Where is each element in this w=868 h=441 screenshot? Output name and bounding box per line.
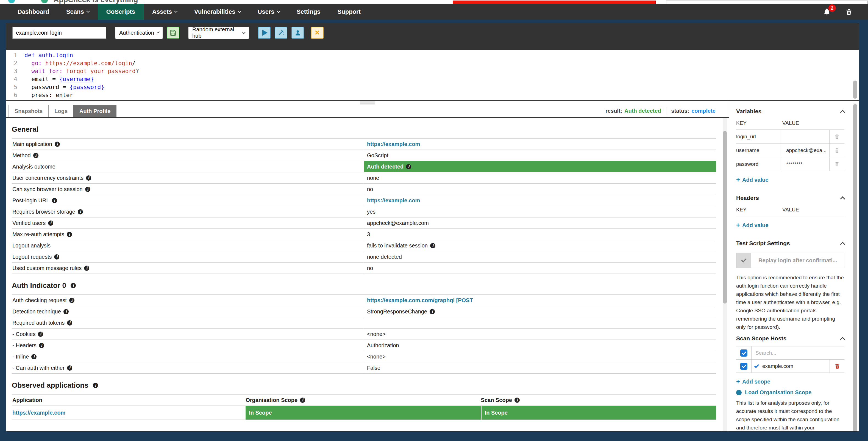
variables-table: KEY VALUE login_url username appcheck@ex…	[736, 120, 844, 171]
table-row: Required auth tokens	[12, 317, 716, 328]
delete-variable-button[interactable]	[830, 157, 844, 171]
nav-item-settings[interactable]: Settings	[288, 4, 329, 20]
scope-host-row: example.com	[736, 360, 844, 373]
tab-logs[interactable]: Logs	[48, 105, 73, 117]
info-icon[interactable]	[67, 320, 72, 326]
user-session-button[interactable]	[291, 27, 304, 39]
scope-host-label: example.com	[762, 363, 793, 369]
info-icon[interactable]	[93, 383, 98, 388]
info-icon[interactable]	[55, 142, 60, 147]
post-login-url-link[interactable]: https://example.com	[367, 198, 420, 204]
auth-checking-request-link[interactable]: https://example.com.com/graphql [POST	[367, 297, 473, 303]
info-icon[interactable]	[300, 398, 305, 403]
variable-key[interactable]: password	[736, 157, 782, 171]
scrollbar-thumb[interactable]	[723, 131, 727, 303]
add-header-button[interactable]: +Add value	[736, 221, 769, 229]
info-icon[interactable]	[67, 232, 72, 237]
sidebar-scrollbar[interactable]	[853, 103, 857, 429]
chevron-down-icon	[238, 9, 241, 13]
nav-item-users[interactable]: Users	[249, 4, 288, 20]
splitter-strip	[6, 101, 729, 105]
nav-item-goscripts[interactable]: GoScripts	[98, 4, 144, 20]
delete-variable-button[interactable]	[830, 144, 844, 157]
observed-application-link[interactable]: https://example.com	[12, 410, 65, 416]
info-icon[interactable]	[63, 309, 69, 314]
nav-item-support[interactable]: Support	[329, 4, 369, 20]
info-icon[interactable]	[33, 153, 38, 158]
script-settings-sidebar: Variables KEY VALUE login_url	[729, 101, 859, 431]
info-icon[interactable]	[78, 209, 83, 214]
results-scrollbar[interactable]	[723, 118, 727, 431]
variable-value[interactable]: appcheck@exa...	[782, 144, 830, 157]
resize-handle[interactable]	[360, 101, 375, 105]
info-icon[interactable]	[38, 331, 43, 337]
info-icon[interactable]	[39, 343, 44, 348]
info-icon[interactable]	[52, 198, 57, 203]
table-row: Detection technique StrongResponseChange	[12, 306, 716, 317]
delete-variable-button[interactable]	[830, 130, 844, 143]
replay-login-toggle[interactable]: Replay login after confirmati...	[736, 253, 844, 268]
delete-scope-button[interactable]	[830, 360, 844, 373]
nav-item-dashboard[interactable]: Dashboard	[9, 4, 58, 20]
variable-key[interactable]: username	[736, 144, 782, 157]
collapse-chevron-icon[interactable]	[840, 337, 845, 342]
variable-key[interactable]: login_url	[736, 130, 782, 143]
info-icon[interactable]	[69, 298, 74, 303]
info-icon[interactable]	[54, 254, 59, 260]
tab-snapshots[interactable]: Snapshots	[8, 105, 49, 117]
chevron-down-icon	[86, 9, 90, 13]
org-scope-cell: In Scope	[246, 406, 481, 419]
scope-search-row	[736, 346, 844, 360]
close-button[interactable]: ✕	[311, 27, 323, 39]
info-icon[interactable]	[515, 398, 520, 403]
script-name-input[interactable]	[12, 27, 106, 39]
hub-select[interactable]: Random external hub	[188, 27, 249, 39]
info-icon[interactable]	[86, 175, 91, 181]
info-icon[interactable]	[430, 309, 435, 314]
variable-value[interactable]	[782, 130, 830, 143]
variable-value[interactable]: ********	[782, 157, 830, 171]
info-icon[interactable]	[48, 220, 53, 226]
info-icon[interactable]	[67, 365, 72, 371]
results-tabbar: Snapshots Logs Auth Profile result: Auth…	[6, 105, 729, 118]
main-application-link[interactable]: https://example.com	[367, 141, 420, 147]
replay-help-text: This option is recommended to ensure tha…	[736, 273, 844, 331]
info-icon[interactable]	[84, 266, 89, 271]
info-icon[interactable]	[31, 354, 36, 359]
notifications-button[interactable]: 2	[823, 8, 831, 16]
host-checkbox[interactable]	[740, 363, 747, 370]
add-variable-button[interactable]: +Add value	[736, 176, 769, 184]
result-value: Auth detected	[624, 108, 661, 114]
section-heading-observed: Observed applications	[12, 381, 716, 390]
collapse-chevron-icon[interactable]	[840, 196, 845, 201]
trash-button[interactable]	[845, 8, 852, 16]
nav-item-assets[interactable]: Assets	[144, 4, 186, 20]
select-all-checkbox[interactable]	[740, 349, 747, 357]
info-icon[interactable]	[85, 187, 90, 192]
load-organisation-scope-button[interactable]: Load Organisation Scope	[736, 389, 844, 395]
tab-auth-profile[interactable]: Auth Profile	[73, 105, 117, 117]
editor-code[interactable]: def auth.login go: https://example.com/l…	[21, 50, 139, 100]
nav-item-scans[interactable]: Scans	[58, 4, 98, 20]
goscript-code-editor[interactable]: 1 2 3 4 5 6 def auth.login go: https://e…	[6, 50, 859, 101]
test-script-settings-header: Test Script Settings	[736, 240, 844, 246]
scrollbar-thumb[interactable]	[853, 104, 857, 431]
nav-item-vulnerabilities[interactable]: Vulnerabilities	[186, 4, 249, 20]
analysis-outcome-cell: Auth detected	[364, 161, 716, 172]
editor-scrollbar-thumb[interactable]	[853, 81, 857, 99]
scope-search-input[interactable]	[755, 350, 844, 356]
run-script-button[interactable]	[258, 27, 271, 39]
info-icon[interactable]	[71, 283, 76, 288]
info-icon[interactable]	[406, 164, 411, 169]
script-category-select[interactable]: Authentication	[115, 27, 163, 39]
divider	[666, 107, 666, 115]
play-icon	[262, 30, 268, 36]
info-icon[interactable]	[430, 243, 435, 248]
collapse-chevron-icon[interactable]	[840, 242, 845, 246]
observed-applications-table: Application Organisation Scope Scan Scop…	[12, 394, 716, 420]
collapse-chevron-icon[interactable]	[840, 110, 845, 115]
variables-section-header: Variables	[736, 108, 844, 115]
add-scope-button[interactable]: +Add scope	[736, 378, 770, 385]
save-button[interactable]	[167, 27, 179, 39]
wizard-button[interactable]	[275, 27, 287, 39]
